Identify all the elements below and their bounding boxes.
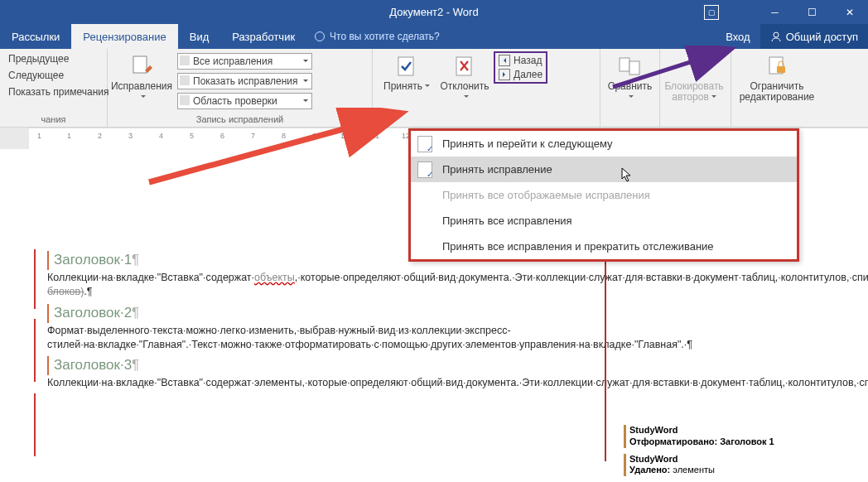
revision-item[interactable]: StudyWordОтформатировано: Заголовок 1 — [624, 425, 774, 448]
tracking-icon — [128, 53, 155, 80]
next-comment-button[interactable]: Следующее — [5, 68, 113, 83]
svg-line-8 — [696, 66, 702, 73]
minimize-button[interactable]: ─ — [756, 0, 793, 24]
heading-3[interactable]: Заголовок·3¶ — [47, 356, 139, 375]
accept-change[interactable]: Принять исправление — [411, 157, 797, 182]
accept-item-icon — [417, 161, 432, 178]
accept-icon — [393, 53, 420, 80]
next-change-button[interactable]: Далее — [499, 69, 542, 80]
tracking-button[interactable]: Исправления — [113, 51, 171, 104]
block-authors-icon — [681, 53, 707, 80]
group-label-comments: чания — [0, 113, 107, 127]
svg-rect-1 — [133, 56, 147, 73]
prev-comment-button[interactable]: Предыдущее — [5, 51, 113, 66]
svg-rect-10 — [777, 66, 785, 73]
group-label-tracking: Запись исправлений — [108, 113, 372, 127]
tab-review[interactable]: Рецензирование — [71, 24, 177, 49]
svg-rect-2 — [398, 57, 413, 75]
show-comments-button[interactable]: Показать примечания — [5, 84, 113, 99]
accept-dropdown: Принять и перейти к следующему Принять и… — [408, 128, 799, 262]
display-for-review-combo[interactable]: Все исправления — [177, 53, 312, 70]
group-protect: Блокировать авторов — [660, 49, 731, 127]
ribbon-tabs: Рассылки Рецензирование Вид Разработчик … — [0, 24, 868, 49]
svg-rect-4 — [620, 58, 629, 71]
group-label-changes — [373, 123, 600, 127]
maximize-button[interactable]: ☐ — [793, 0, 831, 24]
block-authors-button: Блокировать авторов — [665, 51, 723, 104]
ribbon-options-icon[interactable]: ▢ — [704, 5, 719, 20]
group-changes: Принять Отклонить Назад Далее — [373, 49, 600, 127]
accept-and-next[interactable]: Принять и перейти к следующему — [411, 131, 797, 157]
tab-mailings[interactable]: Рассылки — [0, 24, 71, 49]
tell-me-placeholder: Что вы хотите сделать? — [330, 31, 440, 42]
reviewing-pane-combo[interactable]: Область проверки — [177, 93, 312, 109]
group-restrict: Ограничить редактирование — [731, 49, 822, 127]
signin-button[interactable]: Вход — [716, 31, 760, 43]
forward-icon — [499, 69, 510, 80]
close-button[interactable]: ✕ — [831, 0, 868, 24]
title-bar: Документ2 - Word ▢ ─ ☐ ✕ — [0, 0, 868, 24]
paragraph-3[interactable]: Коллекции·на·вкладке·"Вставка"·содержат·… — [47, 376, 548, 390]
change-bar — [34, 249, 36, 309]
group-compare: Сравнить — [600, 49, 660, 127]
tell-me-search[interactable]: Что вы хотите сделать? — [306, 24, 448, 49]
nav-changes-box: Назад Далее — [494, 51, 547, 84]
ribbon: Предыдущее Следующее Показать примечания… — [0, 49, 868, 128]
share-icon — [770, 31, 782, 42]
restrict-editing-button[interactable]: Ограничить редактирование — [736, 51, 817, 104]
group-comments: Предыдущее Следующее Показать примечания… — [0, 49, 108, 127]
show-markup-combo[interactable]: Показать исправления — [177, 73, 312, 89]
mouse-cursor-icon — [621, 167, 633, 184]
document-page[interactable]: Заголовок·1¶ Коллекции·на·вкладке·"Встав… — [47, 246, 548, 390]
paragraph-1[interactable]: Коллекции·на·вкладке·"Вставка"·содержат·… — [47, 271, 548, 299]
compare-icon — [617, 53, 644, 80]
share-button[interactable]: Общий доступ — [760, 24, 868, 49]
bulb-icon — [315, 31, 325, 41]
restrict-icon — [764, 53, 790, 80]
accept-item-icon — [417, 136, 432, 152]
svg-point-0 — [774, 32, 779, 37]
svg-rect-5 — [629, 61, 639, 75]
titlebar-right: Вход Общий доступ — [716, 24, 868, 49]
svg-point-6 — [688, 58, 697, 66]
accept-all-stop[interactable]: Принять все исправления и прекратить отс… — [411, 234, 797, 259]
prev-change-button[interactable]: Назад — [499, 55, 542, 66]
change-bar — [34, 393, 36, 456]
revision-connector-bar — [605, 246, 606, 461]
window-title: Документ2 - Word — [389, 6, 478, 18]
paragraph-2[interactable]: Формат·выделенного·текста·можно·легко·из… — [47, 324, 548, 352]
reject-button[interactable]: Отклонить — [436, 51, 494, 104]
window-buttons: ─ ☐ ✕ — [756, 0, 868, 24]
compare-button[interactable]: Сравнить — [605, 51, 654, 104]
tab-developer[interactable]: Разработчик — [220, 24, 306, 49]
heading-2[interactable]: Заголовок·2¶ — [47, 304, 139, 323]
change-bar — [34, 319, 36, 382]
revisions-pane: StudyWordОтформатировано: Заголовок 1 St… — [624, 425, 774, 482]
reject-icon — [451, 53, 478, 80]
tab-view[interactable]: Вид — [178, 24, 221, 49]
accept-all[interactable]: Принять все исправления — [411, 208, 797, 234]
accept-all-shown: Принять все отображаемые исправления — [411, 182, 797, 208]
revision-item[interactable]: StudyWordУдалено: элементы — [624, 454, 774, 477]
back-icon — [499, 55, 510, 66]
group-tracking: Исправления Все исправления Показать исп… — [108, 49, 373, 127]
accept-button[interactable]: Принять — [378, 51, 436, 94]
heading-1[interactable]: Заголовок·1¶ — [47, 251, 139, 270]
